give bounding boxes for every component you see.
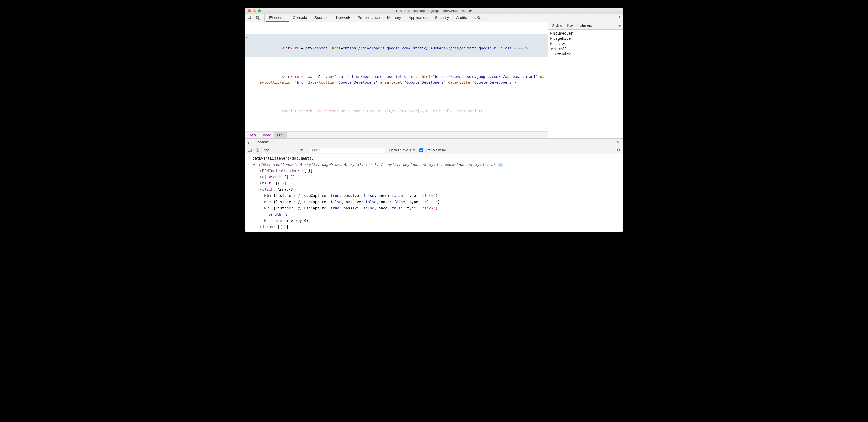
return-icon: ‹· [247,161,252,168]
side-tab-styles[interactable]: Styles [549,22,564,29]
expand-icon [264,207,266,209]
tab-audits[interactable]: Audits [453,14,471,22]
dom-tree[interactable]: ⋯ <link rel="stylesheet" href="https://d… [245,22,548,131]
tab-console[interactable]: Console [289,14,311,22]
settings-menu-icon[interactable] [616,14,621,21]
drawer-header: Console × [245,138,623,146]
collapse-icon [259,189,262,191]
expand-icon [551,42,552,45]
device-toolbar-icon[interactable] [255,15,261,21]
prop-proto[interactable]: __proto__: Array(0) [245,218,623,224]
collapse-icon [551,48,553,50]
click-listener-row[interactable]: 1: {listener: ƒ, useCapture: false, pass… [245,199,623,205]
log-levels-selector[interactable]: Default levels [387,148,415,152]
expand-icon [259,182,261,185]
expand-icon [264,194,266,197]
group-similar-input[interactable] [420,149,423,152]
tab-security[interactable]: Security [431,14,453,22]
listener-mouseover[interactable]: mouseover [548,31,623,36]
show-sidebar-icon[interactable] [247,147,253,153]
console-input-row[interactable]: › getEventListeners(document); [245,155,623,161]
clear-console-icon[interactable] [254,147,261,153]
dom-node-selected[interactable]: ⋯ <link rel="stylesheet" href="https://d… [245,34,548,57]
drawer-menu-icon[interactable] [247,139,250,145]
levels-label: Default levels [389,148,411,152]
side-tabs: Styles Event Listeners » [548,22,623,30]
tab-elements[interactable]: Elements [266,14,289,22]
svg-line-5 [256,149,258,151]
result-summary: {DOMContentLoaded: Array(1), pagehide: A… [258,162,495,167]
expand-icon [259,169,261,172]
console-settings-icon[interactable]: ⚙ [616,148,621,153]
dom-node[interactable]: <link rel="search" type="application/ope… [245,68,548,91]
breadcrumb: html head link [245,131,548,138]
expand-icon [259,226,261,228]
filter-input[interactable] [310,148,385,153]
breadcrumb-head[interactable]: head [260,132,274,138]
group-similar-checkbox[interactable]: Group similar [417,148,446,152]
side-pane: Styles Event Listeners » mouseover pageh… [548,22,623,138]
prop-row[interactable]: DOMContentLoaded: [{…}] [245,168,623,174]
collapse-icon[interactable] [253,164,255,166]
console-result-row[interactable]: ‹· {DOMContentLoaded: Array(1), pagehide… [245,161,623,168]
click-listener-row[interactable]: 0: {listener: ƒ, useCapture: true, passi… [245,193,623,199]
inspect-element-icon[interactable] [247,15,253,21]
stylesheet-href-link[interactable]: https://developers.google.com/_static/64… [345,46,512,50]
info-icon[interactable]: i [498,163,503,167]
console-output: › getEventListeners(document); ‹· {DOMCo… [245,154,623,232]
panel-tabs: Elements Console Sources Network Perform… [266,14,615,22]
ellipsis-icon: ⋯ [246,34,248,40]
breadcrumb-link[interactable]: link [274,132,287,138]
dropdown-icon [413,150,415,151]
expand-icon [555,53,556,55]
devtools-window: DevTools - developers.google.com/web/sho… [245,8,623,232]
prop-length: length: 3 [245,211,623,218]
elements-pane: ⋯ <link rel="stylesheet" href="https://d… [245,22,548,138]
click-listener-row[interactable]: 2: {listener: ƒ, useCapture: true, passi… [245,205,623,211]
expand-icon [264,219,266,222]
prop-row[interactable]: blur: [{…}] [245,180,623,186]
prop-row[interactable]: focus: [{…}] [245,224,623,230]
window-title: DevTools - developers.google.com/web/sho… [245,9,623,13]
drawer-tab-console[interactable]: Console [252,138,272,146]
prop-row[interactable]: ajaxSend: [{…}] [245,174,623,180]
tab-axe[interactable]: aXe [471,14,485,22]
selected-node-marker: == $0 [516,46,529,50]
breadcrumb-html[interactable]: html [247,132,260,138]
prop-row-click[interactable]: click: Array(3) [245,186,623,193]
prompt-icon: › [247,155,252,161]
console-input-text: getEventListeners(document); [252,155,621,161]
expand-icon [264,201,266,203]
console-toolbar: top Default levels Group similar ⚙ [245,146,623,154]
event-listeners-list: mouseover pagehide resize scroll Window [548,30,623,58]
main-toolbar: Elements Console Sources Network Perform… [245,14,623,22]
expand-icon [551,32,552,35]
listener-resize[interactable]: resize [548,41,623,46]
svg-rect-2 [258,17,260,20]
group-similar-label: Group similar [425,148,446,152]
context-selector[interactable]: top [262,146,308,154]
tab-application[interactable]: Application [405,14,431,22]
window-titlebar: DevTools - developers.google.com/web/sho… [245,8,623,14]
side-tab-event-listeners[interactable]: Event Listeners [564,22,595,29]
listener-scroll[interactable]: scroll [548,46,623,52]
opensearch-href-link[interactable]: https://developers.google.com/s/opensear… [435,74,536,79]
tab-memory[interactable]: Memory [383,14,405,22]
close-drawer-icon[interactable]: × [615,139,621,145]
side-tabs-more-icon[interactable]: » [616,23,623,28]
expand-icon [551,37,552,40]
expand-icon [259,176,261,178]
tab-sources[interactable]: Sources [311,14,332,22]
context-label: top [264,148,269,152]
elements-split: ⋯ <link rel="stylesheet" href="https://d… [245,22,623,138]
tab-network[interactable]: Network [332,14,354,22]
listener-pagehide[interactable]: pagehide [548,36,623,41]
dropdown-icon [301,150,303,151]
dom-node-truncated[interactable]: <script src="https://developers.google.c… [245,102,548,120]
tab-performance[interactable]: Performance [354,14,383,22]
listener-scroll-window[interactable]: Window [548,52,623,57]
